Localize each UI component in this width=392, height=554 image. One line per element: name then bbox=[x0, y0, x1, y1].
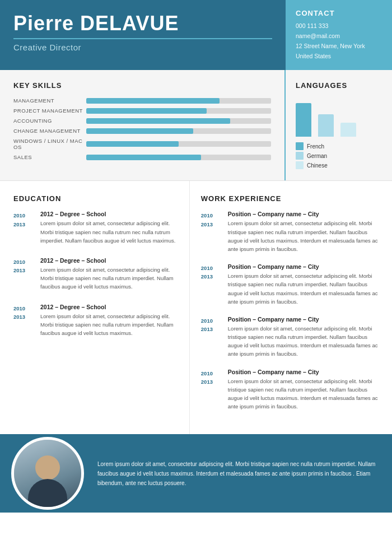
skill-bar-bg bbox=[86, 108, 271, 114]
lang-legend-dot bbox=[296, 152, 304, 160]
work-entries: 20102013Position – Company name – CityLo… bbox=[201, 211, 382, 411]
skill-label: MANAGEMENT bbox=[13, 97, 86, 104]
lang-legend-dot bbox=[296, 142, 304, 150]
work-year-end: 2013 bbox=[201, 378, 222, 386]
lang-bar bbox=[340, 123, 356, 137]
contact-info: 000 111 333 name@mail.com 12 Street Name… bbox=[296, 21, 382, 61]
languages-section: LANGUAGES FrenchGermanChinese bbox=[286, 70, 392, 180]
skills-languages-row: KEY SKILLS MANAGEMENTPROJECT MANAGEMENTA… bbox=[0, 70, 392, 181]
lang-bar bbox=[318, 114, 334, 137]
skill-bar-fill bbox=[86, 128, 193, 134]
education-entry: 201020132012 – Degree – SchoolLorem ipsu… bbox=[13, 304, 178, 338]
skill-row: ACCOUNTING bbox=[13, 118, 271, 124]
header-divider bbox=[13, 38, 272, 39]
contact-country: United States bbox=[296, 52, 382, 62]
contact-address: 12 Street Name, New York bbox=[296, 41, 382, 52]
work-year-start: 2010 bbox=[201, 369, 222, 378]
skill-row: WINDOWS / LINUX / MAC OS bbox=[13, 138, 271, 150]
work-year-end: 2013 bbox=[201, 220, 222, 229]
skill-bar-fill bbox=[86, 118, 230, 124]
edu-years: 20102013 bbox=[13, 257, 35, 291]
skill-bar-fill bbox=[86, 155, 201, 160]
header-left: Pierre DELAVUE Creative Director bbox=[0, 0, 286, 70]
work-entry: 20102013Position – Company name – CityLo… bbox=[201, 369, 382, 411]
edu-years: 20102013 bbox=[13, 304, 35, 338]
work-content: Position – Company name – CityLorem ipsu… bbox=[228, 263, 382, 306]
education-section: EDUCATION 201020132012 – Degree – School… bbox=[0, 181, 190, 434]
work-entry: 20102013Position – Company name – CityLo… bbox=[201, 316, 382, 359]
work-entry: 20102013Position – Company name – CityLo… bbox=[201, 263, 382, 306]
lang-bar-wrap bbox=[296, 103, 311, 137]
lang-legend-item: Chinese bbox=[296, 161, 328, 169]
edu-years: 20102013 bbox=[13, 211, 35, 245]
edu-year-end: 2013 bbox=[13, 220, 35, 229]
lang-legend-dot bbox=[296, 161, 304, 169]
work-years: 20102013 bbox=[201, 211, 222, 253]
education-entry: 201020132012 – Degree – SchoolLorem ipsu… bbox=[13, 257, 178, 291]
work-content: Position – Company name – CityLorem ipsu… bbox=[228, 369, 382, 411]
profile-photo bbox=[11, 437, 84, 510]
lang-legend-item: German bbox=[296, 152, 328, 160]
skills-section: KEY SKILLS MANAGEMENTPROJECT MANAGEMENTA… bbox=[0, 70, 286, 180]
edu-content: 2012 – Degree – SchoolLorem ipsum dolor … bbox=[40, 304, 178, 338]
skill-row: MANAGEMENT bbox=[13, 97, 271, 104]
edu-year-start: 2010 bbox=[13, 258, 35, 266]
lang-legend-label: French bbox=[307, 143, 324, 150]
lang-bar-wrap bbox=[340, 123, 356, 137]
lang-legend-item: French bbox=[296, 142, 328, 150]
languages-title: LANGUAGES bbox=[296, 81, 347, 90]
work-entry: 20102013Position – Company name – CityLo… bbox=[201, 211, 382, 253]
edu-heading: 2012 – Degree – School bbox=[40, 211, 178, 217]
contact-panel: CONTACT 000 111 333 name@mail.com 12 Str… bbox=[286, 0, 392, 70]
work-year-start: 2010 bbox=[201, 211, 222, 220]
work-body: Lorem ipsum dolor sit amet, consectetur … bbox=[228, 324, 382, 359]
contact-phone: 000 111 333 bbox=[296, 21, 382, 31]
skill-row: PROJECT MANAGEMENT bbox=[13, 108, 271, 114]
work-section: WORK EXPERIENCE 20102013Position – Compa… bbox=[190, 181, 392, 434]
work-year-end: 2013 bbox=[201, 272, 222, 281]
person-body bbox=[28, 479, 67, 507]
footer-text: Lorem ipsum dolor sit amet, consectetur … bbox=[84, 450, 392, 497]
lang-legend-label: Chinese bbox=[307, 162, 328, 169]
skill-bar-bg bbox=[86, 98, 271, 104]
edu-year-start: 2010 bbox=[13, 211, 35, 220]
edu-body: Lorem ipsum dolor sit amet, consectetur … bbox=[40, 219, 178, 245]
education-entries: 201020132012 – Degree – SchoolLorem ipsu… bbox=[13, 211, 178, 337]
skills-title: KEY SKILLS bbox=[13, 81, 271, 90]
skill-label: CHANGE MANAGEMENT bbox=[13, 128, 86, 134]
skill-row: SALES bbox=[13, 154, 271, 160]
education-entry: 201020132012 – Degree – SchoolLorem ipsu… bbox=[13, 211, 178, 245]
edu-year-end: 2013 bbox=[13, 313, 35, 321]
work-content: Position – Company name – CityLorem ipsu… bbox=[228, 211, 382, 253]
candidate-title: Creative Director bbox=[13, 43, 272, 52]
candidate-name: Pierre DELAVUE bbox=[13, 12, 272, 35]
work-content: Position – Company name – CityLorem ipsu… bbox=[228, 316, 382, 359]
language-chart bbox=[296, 97, 356, 137]
work-year-start: 2010 bbox=[201, 264, 222, 272]
lang-bar bbox=[296, 103, 311, 137]
education-title: EDUCATION bbox=[13, 194, 178, 203]
work-heading: Position – Company name – City bbox=[228, 369, 382, 375]
lang-legend-label: German bbox=[307, 153, 327, 159]
work-years: 20102013 bbox=[201, 263, 222, 306]
work-year-start: 2010 bbox=[201, 316, 222, 325]
skill-bar-fill bbox=[86, 98, 220, 104]
edu-content: 2012 – Degree – SchoolLorem ipsum dolor … bbox=[40, 257, 178, 291]
work-heading: Position – Company name – City bbox=[228, 263, 382, 270]
skill-label: WINDOWS / LINUX / MAC OS bbox=[13, 138, 86, 150]
skill-label: SALES bbox=[13, 154, 86, 160]
work-body: Lorem ipsum dolor sit amet, consectetur … bbox=[228, 219, 382, 253]
skill-bar-fill bbox=[86, 141, 179, 147]
work-year-end: 2013 bbox=[201, 325, 222, 333]
work-body: Lorem ipsum dolor sit amet, consectetur … bbox=[228, 272, 382, 306]
skill-bar-bg bbox=[86, 118, 271, 124]
work-title: WORK EXPERIENCE bbox=[201, 194, 382, 203]
skill-label: ACCOUNTING bbox=[13, 118, 86, 124]
skill-bar-bg bbox=[86, 128, 271, 134]
work-heading: Position – Company name – City bbox=[228, 316, 382, 323]
work-years: 20102013 bbox=[201, 316, 222, 359]
photo-inner bbox=[14, 440, 81, 507]
skill-bar-bg bbox=[86, 155, 271, 160]
skill-bar-fill bbox=[86, 108, 207, 114]
lang-bar-wrap bbox=[318, 114, 334, 137]
